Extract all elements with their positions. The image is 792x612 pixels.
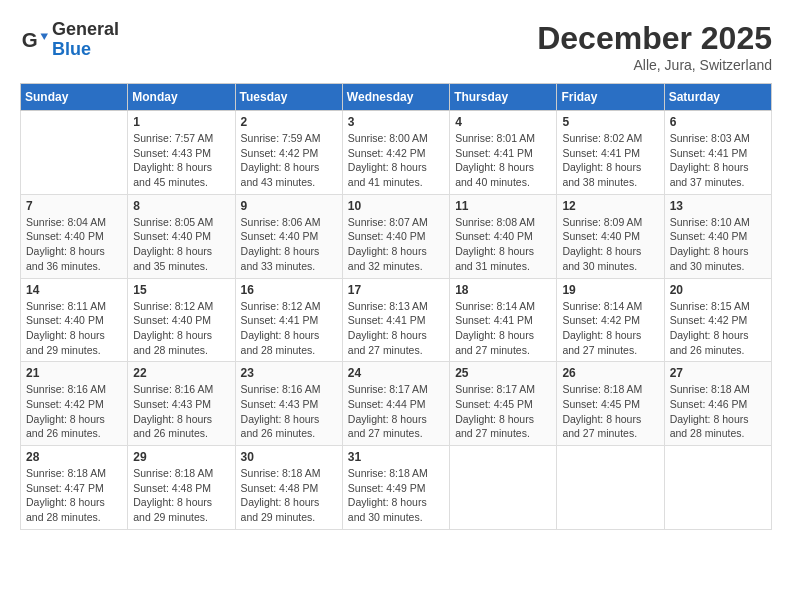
day-number: 6 [670,115,766,129]
day-number: 2 [241,115,337,129]
logo-icon: G [20,26,48,54]
calendar-cell: 16 Sunrise: 8:12 AMSunset: 4:41 PMDaylig… [235,278,342,362]
calendar-cell: 7 Sunrise: 8:04 AMSunset: 4:40 PMDayligh… [21,194,128,278]
calendar-cell: 12 Sunrise: 8:09 AMSunset: 4:40 PMDaylig… [557,194,664,278]
logo: G General Blue [20,20,119,60]
calendar-cell [450,446,557,530]
day-number: 21 [26,366,122,380]
day-number: 4 [455,115,551,129]
day-number: 13 [670,199,766,213]
calendar-cell: 20 Sunrise: 8:15 AMSunset: 4:42 PMDaylig… [664,278,771,362]
day-number: 24 [348,366,444,380]
weekday-header: Monday [128,84,235,111]
calendar-cell: 19 Sunrise: 8:14 AMSunset: 4:42 PMDaylig… [557,278,664,362]
day-number: 26 [562,366,658,380]
day-number: 25 [455,366,551,380]
logo-blue-text: Blue [52,40,119,60]
day-info: Sunrise: 8:03 AMSunset: 4:41 PMDaylight:… [670,131,766,190]
day-info: Sunrise: 8:13 AMSunset: 4:41 PMDaylight:… [348,299,444,358]
day-info: Sunrise: 8:00 AMSunset: 4:42 PMDaylight:… [348,131,444,190]
day-info: Sunrise: 8:09 AMSunset: 4:40 PMDaylight:… [562,215,658,274]
day-info: Sunrise: 8:07 AMSunset: 4:40 PMDaylight:… [348,215,444,274]
day-info: Sunrise: 8:14 AMSunset: 4:41 PMDaylight:… [455,299,551,358]
day-number: 7 [26,199,122,213]
day-number: 3 [348,115,444,129]
day-info: Sunrise: 8:01 AMSunset: 4:41 PMDaylight:… [455,131,551,190]
day-info: Sunrise: 8:06 AMSunset: 4:40 PMDaylight:… [241,215,337,274]
calendar-week-row: 21 Sunrise: 8:16 AMSunset: 4:42 PMDaylig… [21,362,772,446]
day-info: Sunrise: 8:04 AMSunset: 4:40 PMDaylight:… [26,215,122,274]
weekday-header: Friday [557,84,664,111]
day-number: 17 [348,283,444,297]
day-number: 29 [133,450,229,464]
day-info: Sunrise: 8:16 AMSunset: 4:42 PMDaylight:… [26,382,122,441]
calendar-cell: 3 Sunrise: 8:00 AMSunset: 4:42 PMDayligh… [342,111,449,195]
calendar-cell: 29 Sunrise: 8:18 AMSunset: 4:48 PMDaylig… [128,446,235,530]
day-info: Sunrise: 8:14 AMSunset: 4:42 PMDaylight:… [562,299,658,358]
day-number: 8 [133,199,229,213]
day-info: Sunrise: 8:17 AMSunset: 4:44 PMDaylight:… [348,382,444,441]
calendar-week-row: 1 Sunrise: 7:57 AMSunset: 4:43 PMDayligh… [21,111,772,195]
day-info: Sunrise: 8:18 AMSunset: 4:48 PMDaylight:… [241,466,337,525]
calendar-cell: 31 Sunrise: 8:18 AMSunset: 4:49 PMDaylig… [342,446,449,530]
calendar-cell [664,446,771,530]
calendar-cell: 18 Sunrise: 8:14 AMSunset: 4:41 PMDaylig… [450,278,557,362]
day-info: Sunrise: 8:02 AMSunset: 4:41 PMDaylight:… [562,131,658,190]
day-info: Sunrise: 8:08 AMSunset: 4:40 PMDaylight:… [455,215,551,274]
calendar-cell: 25 Sunrise: 8:17 AMSunset: 4:45 PMDaylig… [450,362,557,446]
svg-marker-1 [41,33,48,40]
day-number: 12 [562,199,658,213]
day-info: Sunrise: 8:18 AMSunset: 4:49 PMDaylight:… [348,466,444,525]
day-number: 16 [241,283,337,297]
calendar-cell: 9 Sunrise: 8:06 AMSunset: 4:40 PMDayligh… [235,194,342,278]
calendar-cell: 15 Sunrise: 8:12 AMSunset: 4:40 PMDaylig… [128,278,235,362]
day-number: 27 [670,366,766,380]
weekday-header: Saturday [664,84,771,111]
calendar-cell: 4 Sunrise: 8:01 AMSunset: 4:41 PMDayligh… [450,111,557,195]
calendar-cell: 1 Sunrise: 7:57 AMSunset: 4:43 PMDayligh… [128,111,235,195]
day-number: 9 [241,199,337,213]
weekday-header-row: SundayMondayTuesdayWednesdayThursdayFrid… [21,84,772,111]
day-number: 10 [348,199,444,213]
calendar-cell: 5 Sunrise: 8:02 AMSunset: 4:41 PMDayligh… [557,111,664,195]
day-number: 5 [562,115,658,129]
day-info: Sunrise: 8:16 AMSunset: 4:43 PMDaylight:… [133,382,229,441]
day-info: Sunrise: 8:18 AMSunset: 4:47 PMDaylight:… [26,466,122,525]
calendar-cell: 8 Sunrise: 8:05 AMSunset: 4:40 PMDayligh… [128,194,235,278]
day-info: Sunrise: 8:12 AMSunset: 4:41 PMDaylight:… [241,299,337,358]
calendar-week-row: 14 Sunrise: 8:11 AMSunset: 4:40 PMDaylig… [21,278,772,362]
calendar-week-row: 7 Sunrise: 8:04 AMSunset: 4:40 PMDayligh… [21,194,772,278]
svg-text:G: G [22,27,38,50]
day-number: 11 [455,199,551,213]
day-info: Sunrise: 8:10 AMSunset: 4:40 PMDaylight:… [670,215,766,274]
calendar-cell: 2 Sunrise: 7:59 AMSunset: 4:42 PMDayligh… [235,111,342,195]
day-info: Sunrise: 7:57 AMSunset: 4:43 PMDaylight:… [133,131,229,190]
weekday-header: Thursday [450,84,557,111]
calendar-week-row: 28 Sunrise: 8:18 AMSunset: 4:47 PMDaylig… [21,446,772,530]
day-number: 18 [455,283,551,297]
day-info: Sunrise: 8:12 AMSunset: 4:40 PMDaylight:… [133,299,229,358]
title-area: December 2025 Alle, Jura, Switzerland [537,20,772,73]
calendar-cell: 17 Sunrise: 8:13 AMSunset: 4:41 PMDaylig… [342,278,449,362]
day-number: 28 [26,450,122,464]
day-info: Sunrise: 8:11 AMSunset: 4:40 PMDaylight:… [26,299,122,358]
day-number: 15 [133,283,229,297]
calendar-cell: 24 Sunrise: 8:17 AMSunset: 4:44 PMDaylig… [342,362,449,446]
day-number: 20 [670,283,766,297]
day-info: Sunrise: 8:18 AMSunset: 4:45 PMDaylight:… [562,382,658,441]
location-text: Alle, Jura, Switzerland [537,57,772,73]
weekday-header: Wednesday [342,84,449,111]
day-number: 19 [562,283,658,297]
calendar-cell: 10 Sunrise: 8:07 AMSunset: 4:40 PMDaylig… [342,194,449,278]
weekday-header: Tuesday [235,84,342,111]
month-title: December 2025 [537,20,772,57]
calendar-cell: 23 Sunrise: 8:16 AMSunset: 4:43 PMDaylig… [235,362,342,446]
day-info: Sunrise: 7:59 AMSunset: 4:42 PMDaylight:… [241,131,337,190]
day-info: Sunrise: 8:16 AMSunset: 4:43 PMDaylight:… [241,382,337,441]
calendar-cell [557,446,664,530]
calendar-cell: 13 Sunrise: 8:10 AMSunset: 4:40 PMDaylig… [664,194,771,278]
day-number: 30 [241,450,337,464]
day-number: 1 [133,115,229,129]
weekday-header: Sunday [21,84,128,111]
day-number: 23 [241,366,337,380]
